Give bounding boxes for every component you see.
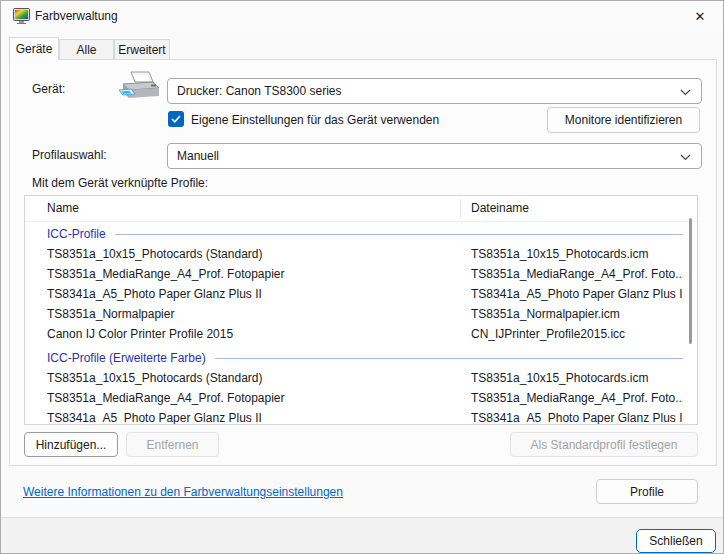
list-item[interactable]: TS8351a_NormalpapierTS8351a_Normalpapier… [25, 304, 697, 324]
list-item[interactable]: TS8351a_10x15_Photocards (Standard)TS835… [25, 244, 697, 264]
device-select-value: Drucker: Canon TS8300 series [177, 84, 342, 98]
column-header-dateiname[interactable]: Dateiname [471, 196, 529, 221]
use-own-settings-label[interactable]: Eigene Einstellungen für das Gerät verwe… [191, 113, 439, 127]
remove-button[interactable]: Entfernen [126, 432, 219, 457]
color-management-dialog: Farbverwaltung ✕ Geräte Alle Profile Erw… [0, 0, 724, 554]
group-header-rule [215, 358, 683, 359]
column-header-name[interactable]: Name [47, 196, 79, 221]
tab-geraete[interactable]: Geräte [9, 37, 59, 60]
profile-button[interactable]: Profile [596, 479, 698, 504]
window-title: Farbverwaltung [35, 1, 118, 31]
printer-icon [115, 70, 161, 102]
close-icon: ✕ [695, 9, 706, 24]
tab-alle-profile[interactable]: Alle Profile [59, 39, 114, 60]
group-header: ICC-Profile (Erweiterte Farbe) [25, 348, 697, 368]
color-management-info-link[interactable]: Weitere Informationen zu den Farbverwalt… [23, 485, 343, 499]
add-button[interactable]: Hinzufügen... [24, 432, 118, 457]
chevron-down-icon [680, 154, 691, 161]
dialog-footer: Schließen [1, 517, 723, 554]
list-item[interactable]: TS8341a_A5_Photo Paper Glanz Plus IITS83… [25, 408, 697, 425]
list-group-icc: ICC-Profile TS8351a_10x15_Photocards (St… [25, 224, 697, 344]
device-label: Gerät: [32, 82, 65, 96]
list-item[interactable]: TS8341a_A5_Photo Paper Glanz Plus IITS83… [25, 284, 697, 304]
chevron-down-icon [680, 89, 691, 96]
devices-tab-panel: Gerät: Drucker: Canon TS8300 series Eige… [9, 59, 717, 466]
device-select[interactable]: Drucker: Canon TS8300 series [167, 78, 702, 104]
list-item[interactable]: TS8351a_10x15_Photocards (Standard)TS835… [25, 368, 697, 388]
profile-selection-value: Manuell [177, 149, 219, 163]
profiles-list: Name Dateiname ICC-Profile TS8351a_10x15… [24, 195, 698, 425]
list-item[interactable]: Canon IJ Color Printer Profile 2015CN_IJ… [25, 324, 697, 344]
identify-monitors-button[interactable]: Monitore identifizieren [547, 107, 700, 133]
close-dialog-button[interactable]: Schließen [636, 529, 716, 553]
tab-erweitert[interactable]: Erweitert [114, 39, 170, 60]
list-header: Name Dateiname [25, 196, 697, 222]
profile-selection-label: Profilauswahl: [32, 148, 107, 162]
close-button[interactable]: ✕ [683, 1, 717, 31]
group-header: ICC-Profile [25, 224, 697, 244]
check-icon [171, 115, 181, 123]
profile-selection-select[interactable]: Manuell [167, 143, 702, 169]
title-bar: Farbverwaltung ✕ [1, 1, 723, 31]
list-item[interactable]: TS8351a_MediaRange_A4_Prof. FotopapierTS… [25, 388, 697, 408]
column-separator[interactable] [460, 199, 461, 218]
use-own-settings-checkbox[interactable] [168, 111, 184, 127]
list-group-icc-extended: ICC-Profile (Erweiterte Farbe) TS8351a_1… [25, 348, 697, 425]
color-management-app-icon [13, 8, 30, 24]
list-scrollbar-thumb[interactable] [689, 218, 692, 344]
list-item[interactable]: TS8351a_MediaRange_A4_Prof. FotopapierTS… [25, 264, 697, 284]
associated-profiles-caption: Mit dem Gerät verknüpfte Profile: [32, 176, 208, 190]
set-default-profile-button[interactable]: Als Standardprofil festlegen [510, 432, 698, 457]
group-header-rule [115, 234, 683, 235]
